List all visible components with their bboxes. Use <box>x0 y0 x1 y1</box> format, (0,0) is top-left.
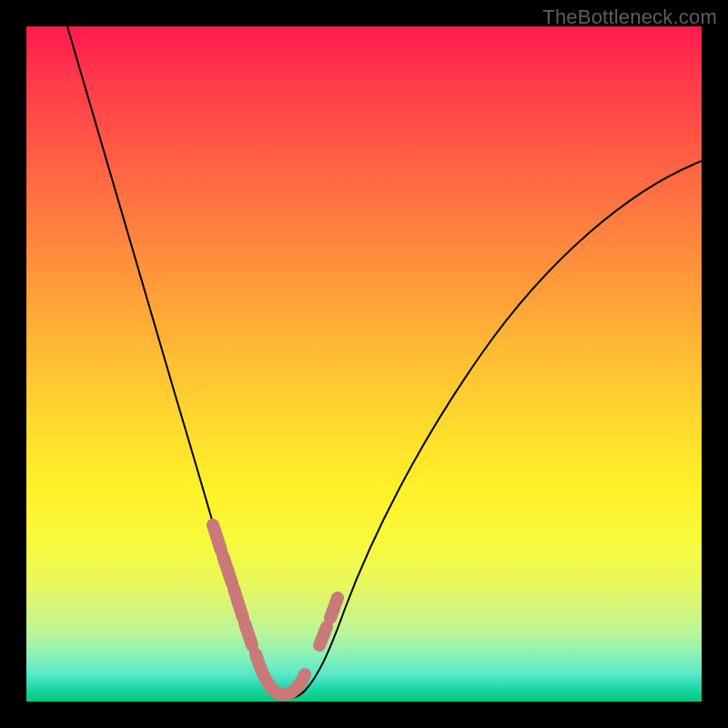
chart-area <box>26 26 702 702</box>
highlight-left-descent <box>213 525 252 645</box>
bottleneck-curve-svg <box>26 26 702 702</box>
bottleneck-curve <box>67 26 702 698</box>
highlight-valley-floor <box>256 654 305 694</box>
highlight-right-ascent <box>319 598 338 645</box>
